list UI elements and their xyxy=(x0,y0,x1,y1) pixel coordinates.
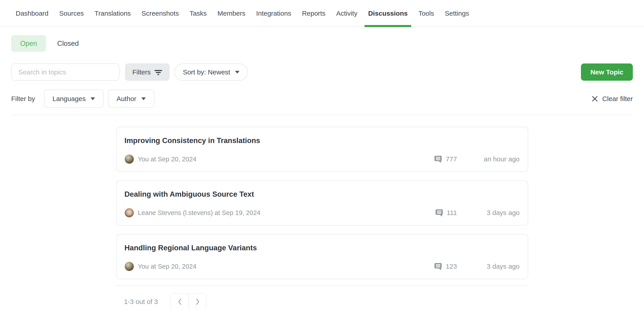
previous-page-button[interactable] xyxy=(171,294,188,310)
active-tab-underline xyxy=(364,25,411,27)
topic-card[interactable]: Handling Regional Language Variants You … xyxy=(116,234,528,279)
filter-divider xyxy=(11,115,633,115)
chevron-down-icon xyxy=(141,97,146,100)
topic-author: Leane Stevens (l.stevens) at Sep 19, 202… xyxy=(138,209,260,217)
nav-item-sources[interactable]: Sources xyxy=(59,0,84,26)
filters-button[interactable]: Filters xyxy=(125,63,170,81)
nav-item-activity[interactable]: Activity xyxy=(336,0,357,26)
nav-item-translations[interactable]: Translations xyxy=(94,0,131,26)
topic-title: Dealing with Ambiguous Source Text xyxy=(124,189,520,199)
author-dropdown[interactable]: Author xyxy=(108,90,154,108)
comment-count: 111 xyxy=(447,209,457,217)
chevron-left-icon xyxy=(178,298,182,305)
avatar xyxy=(124,208,134,218)
topic-author: You at Sep 20, 2024 xyxy=(138,156,196,163)
nav-item-dashboard[interactable]: Dashboard xyxy=(16,0,48,26)
topic-meta: You at Sep 20, 2024 123 3 days ago xyxy=(124,262,520,271)
nav-item-members[interactable]: Members xyxy=(218,0,246,26)
nav-item-integrations[interactable]: Integrations xyxy=(256,0,291,26)
comment-count: 777 xyxy=(446,155,457,163)
next-page-button[interactable] xyxy=(188,294,206,310)
clear-filter-label: Clear filter xyxy=(602,95,633,103)
topic-last-activity: an hour ago xyxy=(457,155,520,163)
pagination-summary: 1-3 out of 3 xyxy=(124,298,158,306)
pagination: 1-3 out of 3 xyxy=(116,293,528,310)
comment-count-group: 111 xyxy=(435,209,457,217)
nav-item-tools[interactable]: Tools xyxy=(418,0,434,26)
avatar xyxy=(124,262,134,271)
tab-open[interactable]: Open xyxy=(11,35,46,52)
pager-controls xyxy=(170,293,206,310)
nav-item-tasks[interactable]: Tasks xyxy=(190,0,207,26)
topic-meta: Leane Stevens (l.stevens) at Sep 19, 202… xyxy=(124,208,520,218)
topic-title: Handling Regional Language Variants xyxy=(124,243,520,253)
comment-count: 123 xyxy=(446,263,457,270)
nav-item-discussions[interactable]: Discussions xyxy=(368,0,408,26)
tab-closed[interactable]: Closed xyxy=(50,35,86,52)
author-dropdown-label: Author xyxy=(116,95,136,103)
topic-meta: You at Sep 20, 2024 777 an hour ago xyxy=(124,154,520,164)
nav-item-screenshots[interactable]: Screenshots xyxy=(142,0,179,26)
list-bottom-divider xyxy=(116,285,528,286)
comment-count-group: 123 xyxy=(434,262,457,271)
close-icon xyxy=(592,95,598,102)
filter-bar: Filter by Languages Author Clear filter xyxy=(11,90,633,108)
languages-dropdown[interactable]: Languages xyxy=(44,90,104,108)
search-input[interactable] xyxy=(11,63,120,81)
status-tabs: Open Closed xyxy=(11,35,633,52)
avatar xyxy=(124,154,134,164)
comment-icon xyxy=(434,155,442,163)
languages-dropdown-label: Languages xyxy=(52,95,86,103)
nav-item-settings[interactable]: Settings xyxy=(445,0,469,26)
clear-filter-button[interactable]: Clear filter xyxy=(592,95,633,103)
sort-dropdown-label: Sort by: Newest xyxy=(183,68,230,76)
topic-card[interactable]: Dealing with Ambiguous Source Text Leane… xyxy=(116,180,528,226)
nav-item-label: Discussions xyxy=(368,9,408,17)
topic-author: You at Sep 20, 2024 xyxy=(138,263,196,270)
sort-dropdown[interactable]: Sort by: Newest xyxy=(174,63,248,81)
filter-lines-icon xyxy=(154,69,162,75)
topics-list: Improving Consistency in Translations Yo… xyxy=(116,127,528,286)
discussions-page: Open Closed Filters Sort by: Newest New … xyxy=(0,35,644,310)
new-topic-button[interactable]: New Topic xyxy=(581,63,633,81)
topic-title: Improving Consistency in Translations xyxy=(124,136,520,145)
chevron-right-icon xyxy=(196,298,200,305)
topics-toolbar: Filters Sort by: Newest New Topic xyxy=(11,63,633,81)
comment-icon xyxy=(435,209,443,217)
nav-item-reports[interactable]: Reports xyxy=(302,0,325,26)
filter-by-label: Filter by xyxy=(11,95,35,103)
topic-last-activity: 3 days ago xyxy=(457,263,520,270)
filters-button-label: Filters xyxy=(132,68,151,76)
top-navigation: Dashboard Sources Translations Screensho… xyxy=(0,0,644,27)
topic-card[interactable]: Improving Consistency in Translations Yo… xyxy=(116,127,528,172)
comment-count-group: 777 xyxy=(434,155,457,163)
chevron-down-icon xyxy=(90,97,95,100)
comment-icon xyxy=(434,262,442,271)
topic-last-activity: 3 days ago xyxy=(457,209,520,217)
chevron-down-icon xyxy=(235,71,240,73)
